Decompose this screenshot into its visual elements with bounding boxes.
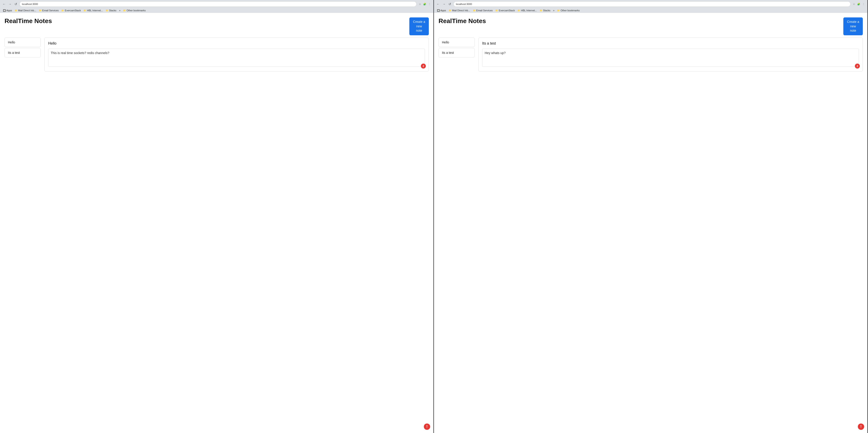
bookmark-more-label-left: »	[119, 9, 120, 12]
note-list-left: Hello Its a test	[4, 37, 41, 71]
note-editor-textarea-left[interactable]: This is <span class="underlined">real ti…	[48, 49, 425, 67]
bookmark-mail-label-right: Mail Direct Inb...	[452, 9, 470, 12]
apps-icon-right: 🔲	[437, 9, 440, 12]
app-title-right: RealTime Notes	[438, 18, 486, 25]
bookmark-evercam-right[interactable]: 📁 EvercamStack	[494, 9, 516, 12]
bookmark-slacks-right[interactable]: 📁 Slacks	[538, 9, 552, 12]
bookmark-slacks-left[interactable]: 📁 Slacks	[104, 9, 118, 12]
bookmark-hbl-label-right: HBL Internet...	[521, 9, 537, 12]
bookmark-evercam-label-right: EvercamStack	[499, 9, 515, 12]
bookmark-more-left[interactable]: »	[118, 9, 122, 12]
note-item-test-right[interactable]: Its a test	[438, 48, 475, 58]
browser-window-right: ← → ↺ localhost:3000 ☆ 🧩 ⋮ 🔲 Apps 📁 Mail…	[434, 0, 868, 433]
extensions-right[interactable]: 🧩	[857, 2, 861, 6]
browser-actions-right: ☆ 🧩 ⋮	[852, 2, 866, 6]
create-note-button-left[interactable]: Create a new note	[409, 18, 429, 35]
top-bar-right: ← → ↺ localhost:3000 ☆ 🧩 ⋮	[436, 1, 866, 7]
bookmark-bar-left: 🔲 Apps 📁 Mail Direct Inb... 📁 Email Serv…	[2, 8, 432, 13]
browser-actions-left: ☆ 🧩 ⋮	[418, 2, 432, 6]
bookmark-apps-label-right: Apps	[440, 9, 446, 12]
error-icon-left[interactable]: !	[424, 424, 430, 430]
browser-chrome-left: ← → ↺ localhost:3000 ☆ 🧩 ⋮ 🔲 Apps 📁 Mail…	[0, 0, 433, 13]
bookmark-mail-left[interactable]: 📁 Mail Direct Inb...	[13, 9, 37, 12]
bookmark-mail-right[interactable]: 📁 Mail Direct Inb...	[447, 9, 471, 12]
bookmark-apps-label-left: Apps	[6, 9, 12, 12]
bookmark-bar-right: 🔲 Apps 📁 Mail Direct Inb... 📁 Email Serv…	[436, 8, 866, 13]
mail-icon-left: 📁	[15, 9, 18, 12]
forward-button-right[interactable]: →	[442, 2, 446, 6]
bookmark-apps-left[interactable]: 🔲 Apps	[2, 9, 13, 12]
bookmark-slacks-label-left: Slacks	[109, 9, 116, 12]
address-text-left: localhost:3000	[22, 3, 414, 5]
user-count-badge-left: 2	[421, 64, 426, 68]
hbl-icon-left: 📁	[84, 9, 86, 12]
bookmark-other-right[interactable]: 📁 Other bookmarks	[556, 9, 581, 12]
slacks-icon-left: 📁	[106, 9, 108, 12]
note-item-hello-left[interactable]: Hello	[4, 37, 41, 47]
app-header-right: RealTime Notes Create a new note	[434, 13, 867, 37]
bookmark-email-label-right: Email Services	[476, 9, 493, 12]
note-editor-title-right: Its a test	[482, 41, 859, 45]
bookmark-email-right[interactable]: 📁 Email Services	[472, 9, 494, 12]
bookmark-evercam-label-left: EvercamStack	[65, 9, 81, 12]
bookmark-other-left[interactable]: 📁 Other bookmarks	[122, 9, 147, 12]
bookmark-email-left[interactable]: 📁 Email Services	[38, 9, 60, 12]
app-title-left: RealTime Notes	[4, 18, 52, 25]
menu-right[interactable]: ⋮	[862, 2, 866, 6]
note-item-test-left[interactable]: Its a test	[4, 48, 41, 58]
evercam-icon-right: 📁	[495, 9, 498, 12]
address-bar-left[interactable]: localhost:3000	[20, 1, 416, 7]
app-content-left: RealTime Notes Create a new note Hello I…	[0, 13, 433, 433]
bookmark-more-label-right: »	[553, 9, 554, 12]
bookmark-email-label-left: Email Services	[42, 9, 59, 12]
bookmark-mail-label-left: Mail Direct Inb...	[18, 9, 36, 12]
bookmark-star-right[interactable]: ☆	[852, 2, 856, 6]
bookmark-hbl-label-left: HBL Internet...	[87, 9, 103, 12]
mail-icon-right: 📁	[449, 9, 452, 12]
hbl-icon-right: 📁	[518, 9, 520, 12]
back-button-left[interactable]: ←	[2, 2, 6, 6]
other-icon-right: 📁	[557, 9, 560, 12]
extensions-left[interactable]: 🧩	[423, 2, 427, 6]
user-count-badge-right: 2	[855, 64, 860, 68]
note-list-right: Hello Its a test	[438, 37, 475, 71]
note-editor-left: Hello This is <span class="underlined">r…	[44, 37, 429, 71]
note-item-hello-right[interactable]: Hello	[438, 37, 475, 47]
window-content-left: RealTime Notes Create a new note Hello I…	[0, 13, 433, 433]
notes-area-right: Hello Its a test Its a test 2	[434, 37, 867, 76]
app-header-left: RealTime Notes Create a new note	[0, 13, 433, 37]
bookmark-evercam-left[interactable]: 📁 EvercamStack	[60, 9, 82, 12]
bookmark-apps-right[interactable]: 🔲 Apps	[436, 9, 447, 12]
browser-chrome-right: ← → ↺ localhost:3000 ☆ 🧩 ⋮ 🔲 Apps 📁 Mail…	[434, 0, 867, 13]
address-text-right: localhost:3000	[456, 3, 848, 5]
address-bar-right[interactable]: localhost:3000	[454, 1, 850, 7]
window-content-right: RealTime Notes Create a new note Hello I…	[434, 13, 867, 433]
forward-button-left[interactable]: →	[8, 2, 12, 6]
error-icon-right[interactable]: !	[858, 424, 864, 430]
email-icon-left: 📁	[39, 9, 42, 12]
bookmark-other-label-right: Other bookmarks	[560, 9, 580, 12]
bookmark-hbl-right[interactable]: 📁 HBL Internet...	[516, 9, 538, 12]
create-note-button-right[interactable]: Create a new note	[843, 18, 863, 35]
apps-icon-left: 🔲	[3, 9, 6, 12]
note-editor-title-left: Hello	[48, 41, 425, 45]
reload-button-left[interactable]: ↺	[13, 2, 18, 6]
bookmark-hbl-left[interactable]: 📁 HBL Internet...	[82, 9, 104, 12]
notes-area-left: Hello Its a test Hello This is <span cla…	[0, 37, 433, 76]
note-editor-right: Its a test 2	[478, 37, 863, 71]
back-button-right[interactable]: ←	[436, 2, 440, 6]
evercam-icon-left: 📁	[61, 9, 64, 12]
other-icon-left: 📁	[123, 9, 126, 12]
email-icon-right: 📁	[473, 9, 476, 12]
browser-window-left: ← → ↺ localhost:3000 ☆ 🧩 ⋮ 🔲 Apps 📁 Mail…	[0, 0, 434, 433]
bookmark-star-left[interactable]: ☆	[418, 2, 422, 6]
bookmark-more-right[interactable]: »	[552, 9, 556, 12]
slacks-icon-right: 📁	[540, 9, 542, 12]
reload-button-right[interactable]: ↺	[447, 2, 452, 6]
app-content-right: RealTime Notes Create a new note Hello I…	[434, 13, 867, 433]
note-editor-textarea-right[interactable]	[482, 49, 859, 67]
bookmark-slacks-label-right: Slacks	[543, 9, 550, 12]
top-bar-left: ← → ↺ localhost:3000 ☆ 🧩 ⋮	[2, 1, 432, 7]
bookmark-other-label-left: Other bookmarks	[126, 9, 146, 12]
menu-left[interactable]: ⋮	[428, 2, 432, 6]
